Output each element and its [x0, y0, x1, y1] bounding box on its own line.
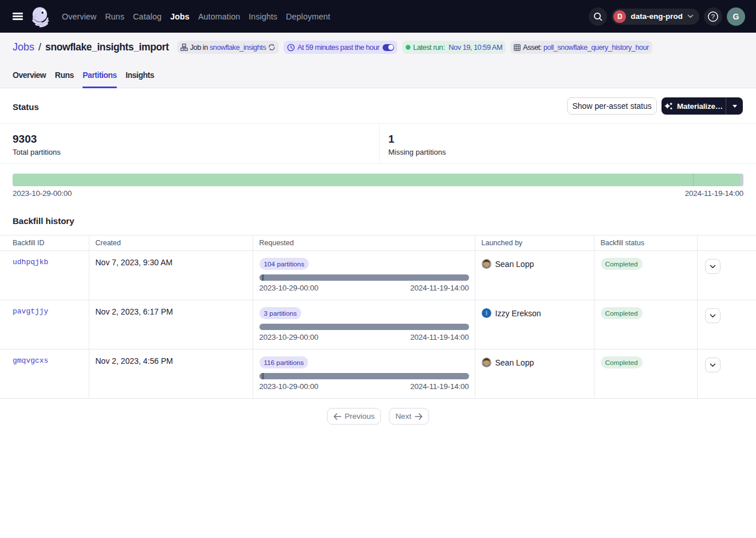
svg-text:?: ?	[711, 13, 715, 20]
